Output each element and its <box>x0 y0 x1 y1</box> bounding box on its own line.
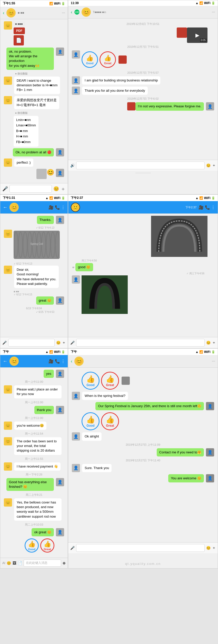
avatar-payment: 😊 <box>4 462 12 471</box>
label-great-br-mid: Great <box>106 424 114 427</box>
bubble-glad: I am glad for building strong business r… <box>82 76 160 85</box>
avatar-spring2: 👤 <box>72 275 80 284</box>
add-icon-tr[interactable]: ＋ <box>212 163 216 168</box>
label-great-bl: Great <box>44 548 51 551</box>
voice-icon-mr[interactable]: 🎤 <box>70 341 75 345</box>
input-field-br[interactable] <box>76 544 205 552</box>
time-dear-sir: ■ ■■ <box>14 290 66 293</box>
back-button-ml[interactable]: ← <box>3 205 7 210</box>
status-icons-br: ▲ 📶 WiFi 🔋 <box>195 350 215 354</box>
avatar-perffect: 😊 <box>4 158 12 167</box>
bubble-dear-sir: Dear sir, Good morning! We have delivere… <box>14 266 59 288</box>
thumb-great-br-mid: 👍 <box>106 415 115 424</box>
bubble-email-bl: The order has been sent to your email, t… <box>14 437 62 455</box>
emoji-icon-mr[interactable]: 😊 <box>206 341 211 345</box>
thumb-good-bl: 👍 <box>28 540 36 548</box>
spring-img-large <box>151 216 207 257</box>
bubble-you-welcome: You are welcome 😊 <box>168 474 204 482</box>
chat-body-mr: 周三下午4:56 w good 😊 ✓ 周三下午4:56 👤 <box>68 214 218 337</box>
sticker-great-br-mid: 👍 Great <box>101 412 119 430</box>
header-icons-tr[interactable]: ··· <box>212 10 215 14</box>
voice-icon-br[interactable]: 🎤 <box>70 546 75 550</box>
header-icons-ml[interactable]: 🎥 📞 ⋮ <box>48 205 65 210</box>
time-great: 6/19 下午8:04 <box>2 307 66 310</box>
sticker-great-br-top: 👍 Great <box>101 372 119 390</box>
back-button-br[interactable]: ‹ <box>71 359 72 364</box>
image-bl[interactable]: 🖼 <box>13 561 16 565</box>
header-icons-tl[interactable]: ··· <box>62 11 65 15</box>
chat-header-bl[interactable]: ← 😊 🎥 📞 ⋮ <box>0 355 68 368</box>
chat-header-br[interactable]: ‹ 😊 ··· <box>68 355 218 368</box>
status-bar-mr: 下午2:37 ▲ 📶 WiFi 🔋 <box>68 195 218 201</box>
msg-row-sure: 👤 Sure. Thank you <box>70 464 216 472</box>
emoji-icon-tl[interactable]: 😊 <box>53 186 59 192</box>
time-good-mr: 周三下午4:56 <box>82 259 216 263</box>
header-icons-mr[interactable]: 🎥 📞 ⋮ <box>199 205 215 210</box>
input-field-tl[interactable] <box>9 185 52 193</box>
voice-icon-ml[interactable]: 🎤 <box>2 341 7 345</box>
avatar-bellows: 😊 <box>4 498 12 507</box>
svg-text:Spring Coil: Spring Coil <box>31 242 43 245</box>
status-icons-tr: ▲ 📶 WiFi 🔋 <box>195 1 215 5</box>
avatar-emoji: 👤 <box>56 169 64 177</box>
bubble-no-problem-all: Ok, no problem at all 🔴 <box>13 148 54 156</box>
emoji-icon-br[interactable]: 😊 <box>206 546 211 550</box>
time-payment: 周一下午2:26 <box>2 473 66 477</box>
thumb-icon-great: 👍 <box>104 54 112 62</box>
chat-header-tr[interactable]: ‹ 180 😊 T■■■■ ■in ··· <box>68 6 218 18</box>
more-bl[interactable]: ⊕ <box>63 561 66 565</box>
date-tr-1: 2019年12月6日 下午10:51 <box>70 22 216 26</box>
input-field-bl[interactable]: 在此处键入消息 <box>24 559 61 567</box>
thumb-good-br-top: 👍 <box>86 375 95 383</box>
msg-row-glad: 👤 I am glad for building strong business… <box>70 76 216 85</box>
time-mr: 下午2:37 <box>71 196 83 200</box>
emoji-icon-ml[interactable]: 😊 <box>56 341 61 345</box>
add-icon-ml[interactable]: ＋ <box>62 340 66 345</box>
msg-row-ok-alright: 👤 Ok alright <box>70 432 216 441</box>
add-icon-mr[interactable]: ＋ <box>212 340 216 345</box>
chat-header-mr[interactable]: 🙂 下午2:37 🎥 📞 ⋮ <box>68 201 218 214</box>
add-icon-tl[interactable]: ＋ <box>61 185 66 192</box>
voice-icon-tr[interactable]: 🔊 <box>70 163 75 167</box>
bubble-ok-problem: ok, no problem.We will arrange the produ… <box>6 48 54 70</box>
back-button-tl[interactable]: ‹ <box>3 10 4 16</box>
sticker-good-bl: 👍 Good <box>25 538 39 553</box>
bubble-cn: 亲爱的我想改变尺寸更好是H=1'毫米FB=1 毫米 <box>14 96 59 109</box>
emoji-icon-tr[interactable]: 😊 <box>206 163 211 167</box>
add-icon-br[interactable]: ＋ <box>212 546 216 550</box>
input-field-tr[interactable] <box>76 162 205 169</box>
msg-row-welcome-bl: 😊 you're welcome😊 <box>2 422 66 430</box>
spring-img2-mr <box>82 275 128 314</box>
avatar-spring-ans: 👤 <box>206 402 214 410</box>
date-br-1: 2019年12月27日 上午11:09 <box>70 443 216 447</box>
avatar-welcome-bl: 😊 <box>4 422 12 430</box>
input-field-ml[interactable] <box>8 339 55 347</box>
avatar-dear-sir: 😊 <box>4 266 12 274</box>
video-thumb[interactable]: ▶ 0:05 <box>187 27 207 43</box>
chat-header-ml[interactable]: ← 😊 🎥 📞 ⋮ <box>0 201 68 214</box>
panel-bottom-left: 下午 ▲ 📶 WiFi 🔋 ← 😊 🎥 📞 ⋮ 👤 yes 周一上午11:00 … <box>0 348 68 568</box>
voice-icon-tl[interactable]: 🎤 <box>2 186 8 192</box>
panel-bottom-right: 下午 ▲ 📶 WiFi 🔋 ‹ 😊 ··· 👍 Good 👍 Great <box>68 348 218 568</box>
avatar-email-bl: 😊 <box>4 437 12 445</box>
bubble-expressive: I'm not very expressive. Please forgive … <box>135 102 204 110</box>
emoji-bl[interactable]: 😊 <box>7 561 11 565</box>
bubble-goodq: Good has everything else finished? 😊 <box>6 478 54 491</box>
time-good-mr2: ✓ 周三下午4:56 <box>70 272 216 275</box>
time-tr: 11:39 <box>71 1 79 5</box>
file-bl[interactable]: 📄 <box>18 561 22 565</box>
time-bellows: 周二上午10:03 <box>2 523 66 527</box>
bubble-dear: DEAR i want to changedimension better is… <box>14 77 60 94</box>
chat-header-tl[interactable]: ‹ 😊 ■ ■■ ··· <box>0 7 68 19</box>
msg-row-thanks-ml: 👤 Thanks. <box>2 216 66 224</box>
chat-body-ml: 👤 Thanks. ✓ 6/12 下午4:13 😊 <box>0 214 68 337</box>
bubble-sure: Sure. Thank you <box>82 464 112 472</box>
header-icons-bl[interactable]: 🎥 📞 ⋮ <box>48 359 65 364</box>
sticker-row-bl: 👍 Good 👍 Great <box>25 538 54 553</box>
back-button-tr[interactable]: ‹ <box>71 10 72 15</box>
back-button-bl[interactable]: ← <box>3 359 7 364</box>
input-bar-ml: 🎤 😊 ＋ <box>0 337 68 348</box>
bubble-spring-fest: When is the spring festival? <box>82 392 128 400</box>
header-icons-br[interactable]: ··· <box>212 359 215 363</box>
input-field-mr[interactable] <box>76 339 205 347</box>
